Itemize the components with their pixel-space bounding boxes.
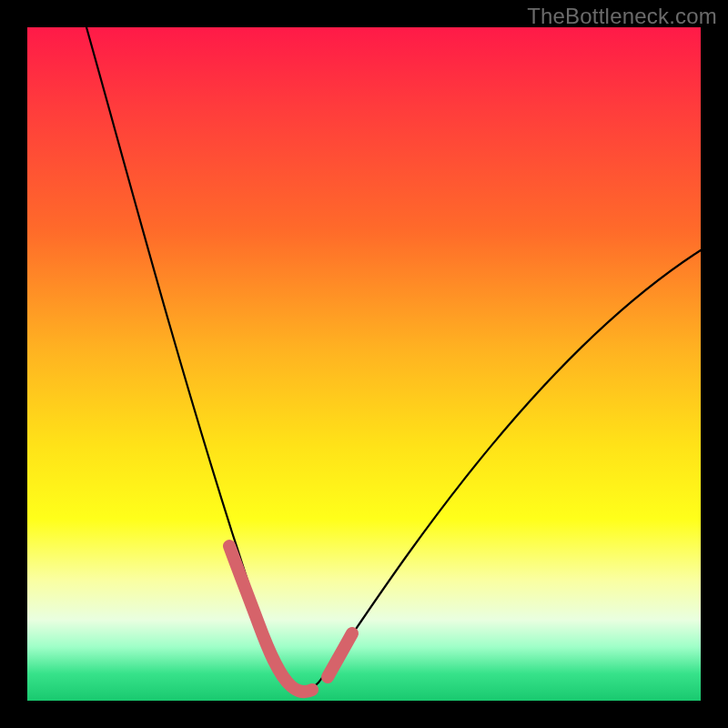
highlight-right-segment bbox=[328, 633, 352, 677]
chart-plot-area bbox=[27, 27, 701, 701]
highlight-left-segment bbox=[229, 546, 312, 692]
bottleneck-curve bbox=[86, 27, 701, 690]
chart-frame: TheBottleneck.com bbox=[0, 0, 728, 728]
attribution-text: TheBottleneck.com bbox=[527, 4, 717, 29]
